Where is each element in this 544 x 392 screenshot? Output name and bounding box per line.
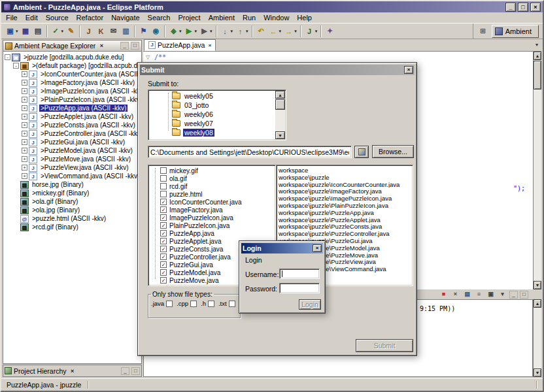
submit-dialog-titlebar[interactable]: Submit ×	[140, 65, 415, 75]
project-hierarchy-tab[interactable]: Project Hierarchy	[14, 367, 67, 375]
window-titlebar[interactable]: Ambient - PuzzleApp.java - Eclipse Platf…	[1, 1, 543, 12]
dropdown-arrow-icon[interactable]: ▾	[16, 29, 18, 34]
checkbox-checked-icon[interactable]: ✓	[160, 230, 167, 237]
browse-button[interactable]: Browse...	[372, 145, 414, 158]
perspective-tab-ambient[interactable]: Ambient	[492, 25, 539, 38]
targets-scrollbar[interactable]: ▲ ▼	[275, 91, 285, 139]
login-dialog-close-button[interactable]: ×	[313, 244, 322, 252]
workspace-path-item[interactable]: workspace\jpuzzle\ImagePuzzleIcon.java	[279, 195, 411, 202]
close-hierarchy-icon[interactable]: ×	[69, 368, 76, 374]
checkbox-checked-icon[interactable]: ✓	[160, 214, 167, 221]
workspace-path-item[interactable]: workspace\jpuzzle\PuzzleController.java	[279, 230, 411, 237]
checkbox-checked-icon[interactable]: ✓	[160, 238, 167, 244]
remove-console-icon[interactable]: ×	[450, 290, 460, 299]
dropdown-arrow-icon[interactable]: ▾	[315, 29, 318, 34]
jar-icon[interactable]: J	[83, 25, 94, 38]
menu-item-navigate[interactable]: Navigate	[107, 13, 143, 22]
dropdown-arrow-icon[interactable]: ▾	[61, 29, 64, 34]
editor-tab-puzzleapp[interactable]: J PuzzleApp.java ×	[144, 39, 216, 51]
expand-plus-icon[interactable]: +	[22, 122, 27, 128]
tree-item[interactable]: +J>ImagePuzzleIcon.java (ASCII -kkv)	[3, 87, 141, 95]
close-view-icon[interactable]: ×	[97, 42, 105, 49]
submit-target-item[interactable]: weekly06	[150, 110, 275, 119]
run-icon[interactable]: ▶▾	[184, 25, 198, 38]
menu-item-search[interactable]: Search	[144, 13, 175, 22]
tree-item[interactable]: ▨>rcd.gif (Binary)	[3, 223, 141, 231]
checkbox-checked-icon[interactable]: ✓	[160, 206, 167, 213]
tree-item[interactable]: +J>PuzzleApplet.java (ASCII -kkv)	[3, 112, 141, 121]
new-wizard-icon[interactable]: ▣▾	[5, 25, 19, 38]
filter-checkbox-unchecked-icon[interactable]	[190, 301, 197, 307]
checkbox-checked-icon[interactable]: ✓	[160, 277, 167, 284]
submit-target-item[interactable]: weekly07	[150, 119, 275, 128]
tree-item[interactable]: +J>IconCounterCounter.java (ASCII -kkv)	[3, 70, 141, 78]
search-icon[interactable]: ✦	[324, 25, 335, 38]
fold-marker-icon[interactable]: ▽	[146, 54, 150, 60]
expand-plus-icon[interactable]: +	[22, 71, 27, 77]
scroll-down-icon[interactable]: ▼	[534, 281, 541, 289]
workspace-path-item[interactable]: workspace	[279, 167, 411, 174]
tree-item[interactable]: +J>PuzzleConsts.java (ASCII -kkv)	[3, 121, 141, 129]
external-tools-icon[interactable]: ▶▾	[199, 25, 213, 38]
login-button[interactable]: Login	[299, 299, 321, 310]
tree-item[interactable]: -▦>(default package) [godzilla.acpub.duk…	[3, 61, 141, 70]
back-icon[interactable]: ←▾	[268, 25, 282, 38]
hierarchy-minimize-button[interactable]: _	[121, 367, 129, 375]
tree-item[interactable]: ▨>ola.jpg (Binary)	[3, 206, 141, 214]
minimize-button[interactable]: _	[505, 3, 516, 12]
flag-icon[interactable]: ⚑	[138, 25, 149, 38]
expand-plus-icon[interactable]: +	[22, 139, 27, 145]
workspace-path-item[interactable]: workspace\jpuzzle\PuzzleApplet.java	[279, 216, 411, 223]
tree-item[interactable]: +J>PuzzleApp.java (ASCII -kkv)	[3, 104, 141, 112]
save-icon[interactable]: ▦	[20, 25, 31, 38]
submit-target-item[interactable]: weekly05	[150, 91, 275, 101]
expand-minus-icon[interactable]: -	[5, 54, 10, 60]
password-input[interactable]	[279, 283, 320, 293]
tree-item[interactable]: +J>PuzzleGui.java (ASCII -kkv)	[3, 138, 141, 146]
dropdown-arrow-icon[interactable]: ▾	[210, 29, 212, 34]
expand-plus-icon[interactable]: +	[22, 131, 27, 137]
scrollbar-thumb[interactable]	[534, 61, 541, 90]
expand-plus-icon[interactable]: +	[22, 105, 27, 111]
scroll-lock-icon[interactable]: ≡	[474, 290, 484, 299]
tree-item[interactable]: @>puzzle.html (ASCII -kkv)	[3, 214, 141, 223]
terminate-icon[interactable]: ■	[439, 290, 449, 299]
menu-item-file[interactable]: File	[2, 13, 22, 22]
filter-checkbox-unchecked-icon[interactable]	[229, 301, 235, 307]
checkbox-unchecked-icon[interactable]	[160, 191, 167, 197]
dropdown-arrow-icon[interactable]: ▾	[279, 29, 282, 34]
inbox-icon[interactable]: ▥	[120, 25, 131, 38]
workspace-path-item[interactable]: workspace\jpuzzle\ImageFactory.java	[279, 188, 411, 195]
submit-target-item[interactable]: weekly08	[150, 128, 275, 137]
menu-item-project[interactable]: Project	[174, 13, 204, 22]
expand-plus-icon[interactable]: +	[22, 97, 27, 103]
expand-plus-icon[interactable]: +	[22, 165, 27, 171]
file-check-item[interactable]: mickey.gif	[150, 167, 274, 174]
checkbox-unchecked-icon[interactable]	[160, 175, 167, 182]
edit-pencil-icon[interactable]: ✎	[65, 25, 76, 38]
filter-checkbox-unchecked-icon[interactable]	[166, 301, 173, 307]
dropdown-arrow-icon[interactable]: ▾	[294, 29, 297, 34]
menu-item-run[interactable]: Run	[239, 13, 260, 22]
workspace-path-item[interactable]: workspace\jpuzzle\IconCounterCounter.jav…	[279, 181, 411, 188]
pin-console-icon[interactable]: ▣	[486, 290, 496, 299]
dropdown-arrow-icon[interactable]: ▾	[195, 29, 197, 34]
path-picker-button[interactable]	[354, 146, 369, 158]
scroll-down-icon[interactable]: ▼	[275, 131, 285, 139]
menu-item-refactor[interactable]: Refactor	[73, 13, 108, 22]
login-dialog-titlebar[interactable]: Login ×	[241, 243, 323, 253]
hierarchy-maximize-button[interactable]: □	[131, 367, 140, 375]
open-perspective-icon[interactable]: ⊞	[477, 27, 489, 35]
expand-plus-icon[interactable]: +	[22, 80, 27, 86]
submit-path-input[interactable]	[148, 146, 352, 158]
menu-item-help[interactable]: Help	[293, 13, 316, 22]
tree-item[interactable]: -▣>jpuzzle [godzilla.acpub.duke.edu]	[3, 53, 141, 61]
scrollbar-thumb[interactable]	[275, 99, 285, 110]
file-check-item[interactable]: ✓ImagePuzzleIcon.java	[150, 214, 274, 221]
debug-icon[interactable]: ◈▾	[168, 25, 182, 38]
checkbox-checked-icon[interactable]: ✓	[160, 246, 167, 252]
view-minimize-button[interactable]: _	[120, 42, 129, 50]
maximize-button[interactable]: □	[518, 3, 528, 12]
tree-item[interactable]: +J>PuzzleMove.java (ASCII -kkv)	[3, 155, 141, 163]
expand-minus-icon[interactable]: -	[13, 63, 19, 69]
